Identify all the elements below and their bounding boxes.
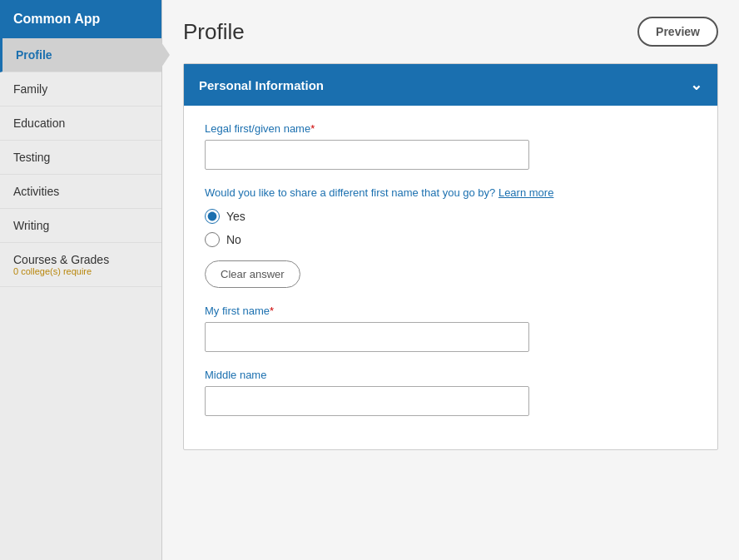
- no-radio-item[interactable]: No: [205, 232, 697, 247]
- yes-radio-label: Yes: [226, 210, 246, 223]
- sidebar-item-label: Education: [13, 116, 65, 130]
- no-radio-label: No: [226, 233, 241, 246]
- no-radio-input[interactable]: [205, 232, 220, 247]
- sidebar-item-education[interactable]: Education: [0, 107, 161, 141]
- my-first-name-group: My first name*: [205, 305, 697, 352]
- app-title: Common App: [13, 12, 100, 26]
- my-first-name-input[interactable]: [205, 322, 529, 352]
- sidebar-item-courses[interactable]: Courses & Grades 0 college(s) require: [0, 243, 161, 287]
- section-title: Personal Information: [199, 78, 324, 92]
- personal-information-section: Personal Information ⌄ Legal first/given…: [183, 63, 718, 450]
- share-name-question: Would you like to share a different firs…: [205, 186, 697, 199]
- sidebar-item-label: Family: [13, 82, 47, 96]
- middle-name-input[interactable]: [205, 386, 529, 416]
- main-content: Profile Preview Personal Information ⌄ L…: [162, 0, 739, 560]
- legal-name-input[interactable]: [205, 140, 529, 170]
- sidebar-item-testing[interactable]: Testing: [0, 141, 161, 175]
- yes-radio-item[interactable]: Yes: [205, 209, 697, 224]
- middle-name-group: Middle name: [205, 369, 697, 416]
- courses-sub-label: 0 college(s) require: [13, 266, 92, 276]
- middle-name-label: Middle name: [205, 369, 697, 381]
- share-name-group: Would you like to share a different firs…: [205, 186, 697, 288]
- section-header[interactable]: Personal Information ⌄: [184, 64, 717, 106]
- sidebar-item-writing[interactable]: Writing: [0, 209, 161, 243]
- section-body: Legal first/given name* Would you like t…: [184, 106, 717, 449]
- sidebar-item-activities[interactable]: Activities: [0, 175, 161, 209]
- my-first-name-label: My first name*: [205, 305, 697, 317]
- share-name-radio-group: Yes No: [205, 209, 697, 247]
- sidebar-item-label: Testing: [13, 151, 50, 164]
- page-title: Profile: [183, 19, 245, 45]
- sidebar-item-profile[interactable]: Profile: [0, 38, 161, 72]
- sidebar-item-label: Activities: [13, 185, 59, 198]
- clear-answer-button[interactable]: Clear answer: [205, 260, 300, 288]
- sidebar-item-label: Courses & Grades: [13, 253, 109, 266]
- main-header: Profile Preview: [183, 17, 718, 47]
- sidebar-item-family[interactable]: Family: [0, 72, 161, 107]
- legal-name-label: Legal first/given name*: [205, 122, 697, 135]
- preview-button[interactable]: Preview: [637, 17, 718, 47]
- yes-radio-input[interactable]: [205, 209, 220, 224]
- sidebar-item-label: Writing: [13, 219, 49, 232]
- learn-more-link[interactable]: Learn more: [498, 186, 553, 199]
- legal-name-group: Legal first/given name*: [205, 122, 697, 170]
- sidebar-header: Common App: [0, 0, 161, 38]
- chevron-down-icon: ⌄: [690, 76, 702, 94]
- sidebar-item-label: Profile: [16, 48, 52, 62]
- sidebar: Common App Profile Family Education Test…: [0, 0, 162, 560]
